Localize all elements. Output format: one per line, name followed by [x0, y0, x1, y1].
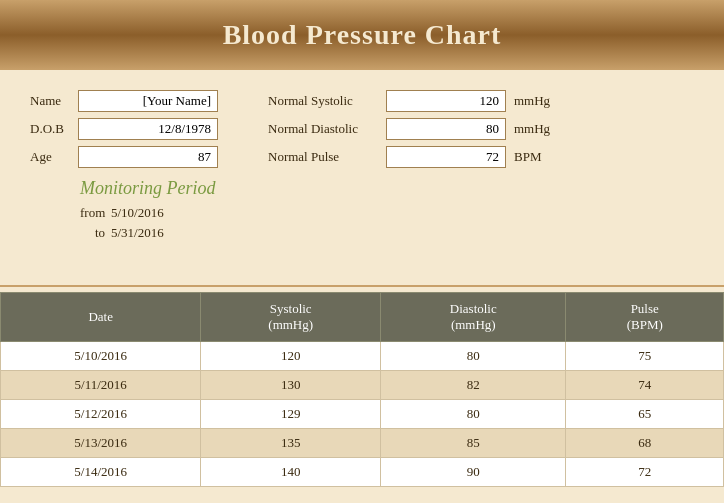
- bp-table: Date Systolic(mmHg) Diastolic(mmHg) Puls…: [0, 292, 724, 487]
- table-row: 5/10/20161208075: [1, 342, 724, 371]
- normal-diastolic-row: Normal Diastolic 80 mmHg: [268, 118, 549, 140]
- dob-row: D.O.B 12/8/1978: [30, 118, 218, 140]
- table-body: 5/10/201612080755/11/201613082745/12/201…: [1, 342, 724, 487]
- from-row: from 5/10/2016: [80, 205, 664, 221]
- cell-systolic: 129: [201, 400, 381, 429]
- cell-pulse: 72: [566, 458, 724, 487]
- cell-diastolic: 82: [381, 371, 566, 400]
- cell-date: 5/14/2016: [1, 458, 201, 487]
- monitoring-title: Monitoring Period: [80, 178, 664, 199]
- info-grid: Name [Your Name] D.O.B 12/8/1978 Age 87 …: [30, 90, 694, 168]
- name-label: Name: [30, 93, 70, 109]
- monitoring-section: Monitoring Period from 5/10/2016 to 5/31…: [30, 168, 694, 265]
- col-date: Date: [1, 293, 201, 342]
- col-diastolic: Diastolic(mmHg): [381, 293, 566, 342]
- page-title: Blood Pressure Chart: [223, 19, 502, 51]
- age-label: Age: [30, 149, 70, 165]
- normal-systolic-row: Normal Systolic 120 mmHg: [268, 90, 549, 112]
- normals-info: Normal Systolic 120 mmHg Normal Diastoli…: [268, 90, 549, 168]
- cell-pulse: 65: [566, 400, 724, 429]
- cell-pulse: 75: [566, 342, 724, 371]
- cell-diastolic: 80: [381, 342, 566, 371]
- normal-systolic-label: Normal Systolic: [268, 93, 378, 109]
- normal-diastolic-field[interactable]: 80: [386, 118, 506, 140]
- section-divider: [0, 285, 724, 287]
- normal-systolic-field[interactable]: 120: [386, 90, 506, 112]
- col-systolic: Systolic(mmHg): [201, 293, 381, 342]
- table-row: 5/11/20161308274: [1, 371, 724, 400]
- dob-label: D.O.B: [30, 121, 70, 137]
- patient-info: Name [Your Name] D.O.B 12/8/1978 Age 87: [30, 90, 218, 168]
- info-section: Name [Your Name] D.O.B 12/8/1978 Age 87 …: [0, 70, 724, 280]
- cell-pulse: 74: [566, 371, 724, 400]
- age-row: Age 87: [30, 146, 218, 168]
- age-field[interactable]: 87: [78, 146, 218, 168]
- name-row: Name [Your Name]: [30, 90, 218, 112]
- cell-date: 5/12/2016: [1, 400, 201, 429]
- cell-diastolic: 80: [381, 400, 566, 429]
- normal-pulse-unit: BPM: [514, 149, 549, 165]
- to-label: to: [80, 225, 105, 241]
- normal-pulse-label: Normal Pulse: [268, 149, 378, 165]
- table-row: 5/14/20161409072: [1, 458, 724, 487]
- cell-pulse: 68: [566, 429, 724, 458]
- normal-pulse-row: Normal Pulse 72 BPM: [268, 146, 549, 168]
- cell-systolic: 140: [201, 458, 381, 487]
- normal-pulse-field[interactable]: 72: [386, 146, 506, 168]
- cell-diastolic: 90: [381, 458, 566, 487]
- page-header: Blood Pressure Chart: [0, 0, 724, 70]
- cell-systolic: 135: [201, 429, 381, 458]
- from-value: 5/10/2016: [111, 205, 164, 221]
- cell-date: 5/11/2016: [1, 371, 201, 400]
- normal-diastolic-label: Normal Diastolic: [268, 121, 378, 137]
- table-header-row: Date Systolic(mmHg) Diastolic(mmHg) Puls…: [1, 293, 724, 342]
- from-label: from: [80, 205, 105, 221]
- table-section: Date Systolic(mmHg) Diastolic(mmHg) Puls…: [0, 292, 724, 503]
- table-row: 5/12/20161298065: [1, 400, 724, 429]
- table-row: 5/13/20161358568: [1, 429, 724, 458]
- cell-date: 5/10/2016: [1, 342, 201, 371]
- cell-diastolic: 85: [381, 429, 566, 458]
- cell-systolic: 120: [201, 342, 381, 371]
- cell-systolic: 130: [201, 371, 381, 400]
- to-row: to 5/31/2016: [80, 225, 664, 241]
- normal-systolic-unit: mmHg: [514, 93, 549, 109]
- cell-date: 5/13/2016: [1, 429, 201, 458]
- col-pulse: Pulse(BPM): [566, 293, 724, 342]
- dob-field[interactable]: 12/8/1978: [78, 118, 218, 140]
- to-value: 5/31/2016: [111, 225, 164, 241]
- name-field[interactable]: [Your Name]: [78, 90, 218, 112]
- normal-diastolic-unit: mmHg: [514, 121, 549, 137]
